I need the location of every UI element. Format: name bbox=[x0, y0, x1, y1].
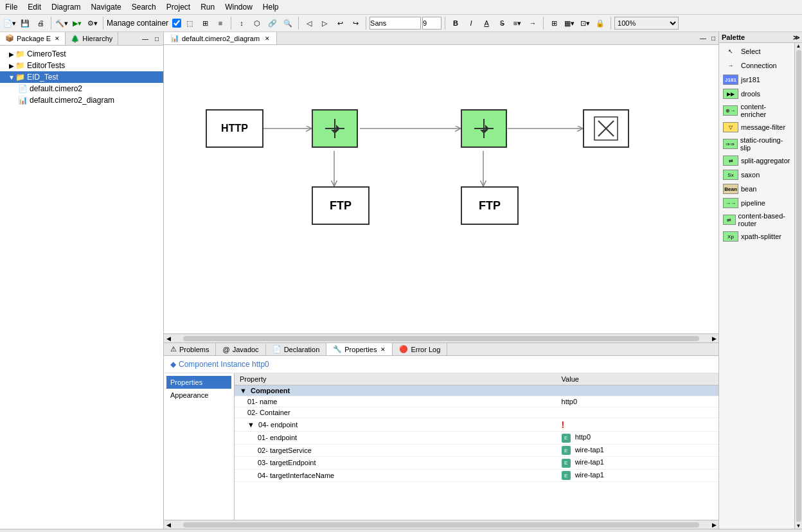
bold-button[interactable]: B bbox=[449, 16, 463, 30]
palette-scroll[interactable]: ▲ ▼ bbox=[794, 43, 802, 529]
font-size-input[interactable] bbox=[422, 17, 441, 30]
shape-http[interactable]: HTTP bbox=[206, 109, 263, 148]
run-button[interactable]: ▶▾ bbox=[70, 16, 84, 30]
menu-help[interactable]: Help bbox=[258, 1, 284, 13]
menu-edit[interactable]: Edit bbox=[22, 1, 46, 13]
shape-router2[interactable] bbox=[461, 109, 507, 148]
palette-item-select[interactable]: ↖ Select bbox=[720, 44, 793, 58]
bottom-scroll-bar[interactable] bbox=[183, 522, 699, 528]
tab-errorlog[interactable]: 🔴 Error Log bbox=[393, 343, 447, 355]
palette-item-drools[interactable]: ▶▶ drools bbox=[720, 87, 793, 101]
italic-button[interactable]: I bbox=[464, 16, 478, 30]
tree-item-cimero2-diagram[interactable]: 📊 default.cimero2_diagram bbox=[0, 94, 163, 106]
section-toggle-component[interactable]: ▼ bbox=[240, 387, 249, 395]
toolbar-btn-d[interactable]: ↕ bbox=[235, 16, 249, 30]
bottom-scroll-left[interactable]: ◀ bbox=[164, 520, 173, 529]
properties-close[interactable]: ✕ bbox=[380, 346, 386, 353]
menu-window[interactable]: Window bbox=[220, 1, 258, 13]
palette-item-pipeline[interactable]: →→ pipeline bbox=[720, 196, 793, 210]
shape-ftp1[interactable]: FTP bbox=[312, 186, 370, 225]
panel-min-btn[interactable]: — bbox=[140, 33, 150, 44]
panel-max-btn[interactable]: □ bbox=[152, 33, 162, 44]
tab-hierarchy[interactable]: 🌲 Hierarchy bbox=[66, 32, 118, 45]
menu-run[interactable]: Run bbox=[195, 1, 220, 13]
new-button[interactable]: 📄▾ bbox=[3, 16, 17, 30]
menu-search[interactable]: Search bbox=[127, 1, 161, 13]
section-toggle-endpoint[interactable]: ▼ bbox=[247, 421, 256, 429]
zoom-select[interactable]: 50% 75% 100% 150% 200% bbox=[614, 17, 679, 30]
tree-arrow-cimerotest[interactable]: ▶ bbox=[8, 51, 15, 58]
menu-project[interactable]: Project bbox=[161, 1, 195, 13]
tab-declaration[interactable]: 📄 Declaration bbox=[266, 343, 327, 355]
palette-item-split-aggregator[interactable]: ⇄ split-aggregator bbox=[720, 154, 793, 168]
menu-file[interactable]: File bbox=[0, 1, 22, 13]
tree-item-editortests[interactable]: ▶ 📁 EditorTests bbox=[0, 60, 163, 71]
shape-ftp2[interactable]: FTP bbox=[461, 186, 519, 225]
palette-item-cbr[interactable]: ⇌ content-based-router bbox=[720, 210, 793, 229]
sidebar-properties[interactable]: Properties bbox=[166, 376, 231, 389]
align-btn[interactable]: ≡▾ bbox=[510, 16, 524, 30]
font-input[interactable] bbox=[370, 17, 421, 30]
tab-properties[interactable]: 🔧 Properties ✕ bbox=[326, 343, 393, 355]
run2-button[interactable]: ⚙▾ bbox=[85, 16, 100, 30]
shape-router1[interactable] bbox=[312, 109, 358, 148]
diagram-scroll-bar[interactable] bbox=[183, 336, 699, 341]
tree-arrow-editortests[interactable]: ▶ bbox=[8, 62, 15, 69]
palette-item-bean[interactable]: Bean bean bbox=[720, 182, 793, 196]
diagram-scroll[interactable]: ◀ ▶ bbox=[164, 333, 718, 342]
menu-diagram[interactable]: Diagram bbox=[46, 1, 85, 13]
toolbar-btn-f[interactable]: 🔗 bbox=[265, 16, 280, 30]
toolbar-btn-e[interactable]: ⬡ bbox=[250, 16, 264, 30]
underline-button[interactable]: A bbox=[479, 16, 494, 30]
toolbar-btn-k[interactable]: ↪ bbox=[348, 16, 362, 30]
tab-javadoc[interactable]: @ Javadoc bbox=[216, 344, 265, 355]
palette-scroll-up[interactable]: ▲ bbox=[796, 43, 801, 49]
shape-router3[interactable] bbox=[583, 109, 629, 148]
scroll-left[interactable]: ◀ bbox=[164, 334, 173, 343]
layer-btn[interactable]: ▦▾ bbox=[562, 16, 576, 30]
print-button[interactable]: 🖨 bbox=[33, 16, 48, 30]
tree-item-cimerotest[interactable]: ▶ 📁 CimeroTest bbox=[0, 48, 163, 60]
manage-container-check[interactable] bbox=[172, 19, 181, 28]
palette-scroll-down[interactable]: ▼ bbox=[796, 523, 801, 529]
build-button[interactable]: 🔨▾ bbox=[55, 16, 69, 30]
group-btn[interactable]: ⊡▾ bbox=[578, 16, 592, 30]
scroll-right[interactable]: ▶ bbox=[709, 334, 718, 343]
save-button[interactable]: 💾 bbox=[18, 16, 32, 30]
palette-expand-btn[interactable]: ≫ bbox=[793, 34, 799, 41]
palette-item-saxon[interactable]: Sx saxon bbox=[720, 168, 793, 182]
toolbar-btn-j[interactable]: ↩ bbox=[333, 16, 347, 30]
editor-tab-close[interactable]: ✕ bbox=[265, 35, 270, 42]
tree-item-eid-test[interactable]: ▼ 📁 EID_Test bbox=[0, 71, 163, 83]
sidebar-appearance[interactable]: Appearance bbox=[166, 389, 231, 402]
editor-min-btn[interactable]: — bbox=[698, 33, 708, 44]
palette-item-static-routing[interactable]: ⇒⇒ static-routing-slip bbox=[720, 134, 793, 154]
toolbar-btn-g[interactable]: 🔍 bbox=[281, 16, 295, 30]
toolbar-btn-h[interactable]: ◁ bbox=[302, 16, 316, 30]
grid-btn[interactable]: ⊞ bbox=[547, 16, 561, 30]
palette-item-jsr181[interactable]: J181 jsr181 bbox=[720, 73, 793, 87]
tab-problems[interactable]: ⚠ Problems bbox=[164, 343, 216, 355]
editor-tab-diagram[interactable]: 📊 default.cimero2_diagram ✕ bbox=[164, 32, 277, 44]
toolbar-btn-c[interactable]: ≡ bbox=[213, 16, 227, 30]
palette-item-message-filter[interactable]: ▽ message-filter bbox=[720, 120, 793, 134]
align2-btn[interactable]: → bbox=[526, 16, 540, 30]
lock-btn[interactable]: 🔒 bbox=[593, 16, 607, 30]
toolbar-btn-b[interactable]: ⊞ bbox=[198, 16, 212, 30]
package-explorer-close[interactable]: ✕ bbox=[55, 35, 60, 42]
menu-navigate[interactable]: Navigate bbox=[85, 1, 126, 13]
bottom-scroll-right[interactable]: ▶ bbox=[709, 520, 718, 529]
tree-item-cimero2[interactable]: 📄 default.cimero2 bbox=[0, 83, 163, 94]
toolbar-btn-i[interactable]: ▷ bbox=[317, 16, 332, 30]
tree-arrow-eid-test[interactable]: ▼ bbox=[8, 74, 15, 81]
diagram-canvas[interactable]: HTTP bbox=[164, 45, 718, 342]
palette-item-content-enricher[interactable]: ⊕→ content-enricher bbox=[720, 101, 793, 120]
toolbar-btn-a[interactable]: ⬚ bbox=[183, 16, 197, 30]
palette-item-connection[interactable]: → Connection bbox=[720, 58, 793, 73]
bottom-scroll[interactable]: ◀ ▶ bbox=[164, 520, 718, 529]
tab-package-explorer[interactable]: 📦 Package E ✕ bbox=[0, 32, 66, 45]
palette-item-xpath[interactable]: Xp xpath-splitter bbox=[720, 229, 793, 244]
palette-scrollbar[interactable] bbox=[796, 50, 801, 522]
strikethrough-button[interactable]: S̶ bbox=[495, 16, 509, 30]
editor-max-btn[interactable]: □ bbox=[708, 33, 718, 44]
